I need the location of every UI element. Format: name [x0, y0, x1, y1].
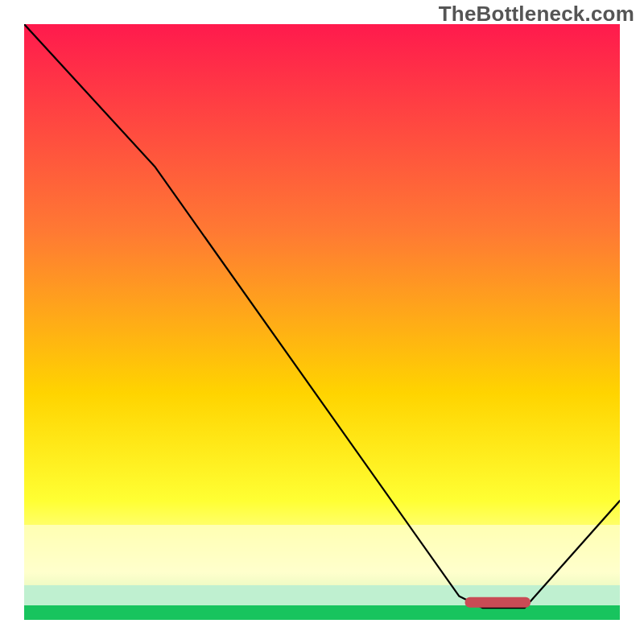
chart-container: TheBottleneck.com [0, 0, 644, 644]
cream-band [24, 525, 620, 585]
optimal-marker [465, 597, 530, 608]
chart-svg [24, 24, 620, 620]
green-base [24, 605, 620, 620]
watermark-text: TheBottleneck.com [439, 2, 634, 27]
